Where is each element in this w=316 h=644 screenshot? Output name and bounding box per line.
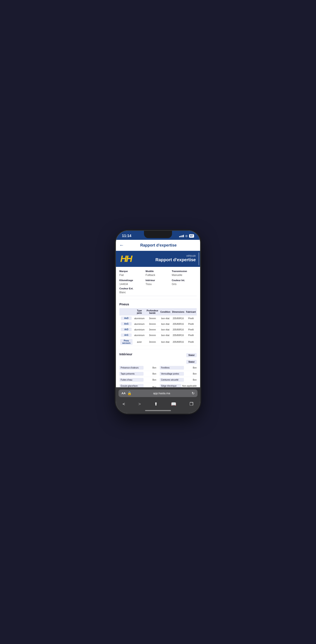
scroll-indicator: [198, 252, 199, 265]
status-time: 11:14: [122, 234, 131, 238]
scroll-content[interactable]: HH véhicule Rapport d'expertise Marque F…: [116, 251, 200, 387]
signal-icon: [179, 235, 184, 237]
interior-statut-header: Statut: [186, 353, 197, 357]
forward-nav-button[interactable]: >: [135, 401, 145, 408]
tire-fabricant: Pirelli: [185, 327, 197, 332]
col-dimensions: Dimensions: [171, 308, 185, 316]
interior-item-value: Bon: [145, 372, 156, 375]
tire-condition: bon état: [159, 327, 171, 332]
app-header: ← Rapport d'expertise: [116, 240, 200, 251]
transmission-label: Transmission: [172, 270, 197, 272]
interior-right-row: Fenêtres Bon: [160, 365, 197, 371]
interieur-value: Tissu: [146, 283, 152, 286]
marque-item: Marque Fiat: [119, 270, 144, 277]
back-nav-button[interactable]: <: [119, 401, 129, 408]
interieur-label: Intérieur: [146, 279, 170, 282]
wifi-icon: ⊜: [185, 234, 188, 238]
browser-toolbar: < > ⬆ 📖 ❐: [116, 399, 200, 409]
banner-vehicule-label: véhicule: [156, 254, 196, 257]
home-indicator-area: [116, 409, 200, 413]
url-bar[interactable]: AA 🔒 app.hasta.ma ↻: [119, 390, 197, 397]
tire-type-jante: aluminium: [133, 316, 146, 321]
tire-fabricant: Pirelli: [185, 338, 197, 346]
banner-report-title: Rapport d'expertise: [156, 257, 196, 262]
tire-fabricant: Pirelli: [185, 321, 197, 327]
interior-item-label: Fenêtres: [160, 366, 184, 370]
tire-position: AvD: [119, 316, 133, 321]
interior-right-col: Statut Fenêtres Bon Verrouillage portes …: [160, 360, 197, 387]
tire-dimensions: 205/80R16: [171, 332, 185, 338]
tabs-button[interactable]: ❐: [186, 400, 197, 408]
tire-position: Pneu secours: [119, 338, 133, 346]
tires-table: Type jante Profondeur bande Condition Di…: [119, 308, 197, 346]
transmission-value: Manuelle: [172, 274, 182, 276]
tire-position: AvG: [119, 321, 133, 327]
tire-dimensions: 205/80R16: [171, 338, 185, 346]
tire-position: ArD: [119, 327, 133, 332]
blue-banner: HH véhicule Rapport d'expertise: [116, 251, 200, 267]
refresh-button[interactable]: ↻: [192, 391, 194, 395]
tire-dimensions: 205/80R16: [171, 321, 185, 327]
phone-screen: 11:14 ⊜ 97 ← Rapport d'expertise: [116, 231, 200, 413]
bookmark-button[interactable]: 📖: [167, 400, 180, 408]
tire-profondeur: 3mmm: [146, 316, 159, 321]
marque-label: Marque: [119, 270, 144, 272]
lock-icon: 🔒: [127, 391, 132, 395]
divider: [119, 296, 197, 296]
interior-item-value: Bon: [145, 366, 156, 369]
couleur-int-item: Couleur Int. Gris: [172, 279, 197, 286]
url-display[interactable]: app.hasta.ma: [133, 392, 190, 395]
back-button[interactable]: ←: [119, 242, 124, 248]
logo-area: HH: [120, 254, 132, 264]
modele-label: Modèle: [146, 270, 170, 272]
tire-dimensions: 205/80R16: [171, 316, 185, 321]
interieur-item: Intérieur Tissu: [146, 279, 170, 286]
tire-row: ArD aluminium 3mmm bon état 205/80R16 Pi…: [119, 327, 197, 332]
tire-condition: bon état: [159, 316, 171, 321]
couleur-int-value: Gris: [172, 283, 176, 286]
vehicle-info-section: Marque Fiat Modèle Fullback Transmission…: [116, 267, 200, 299]
interior-header: Intérieur Statut: [119, 352, 197, 358]
col-type-jante: Type jante: [133, 308, 146, 316]
tires-section: Pneus Type jante Profondeur bande Condit…: [116, 299, 200, 349]
tire-type-jante: aluminium: [133, 321, 146, 327]
banner-right: véhicule Rapport d'expertise: [156, 254, 196, 262]
modele-value: Fullback: [146, 274, 155, 276]
tire-profondeur: 3mmm: [146, 332, 159, 338]
interior-item-value: Bon: [145, 379, 156, 381]
kilometrage-value: 144634: [119, 283, 128, 286]
tire-position: ArG: [119, 332, 133, 338]
kilometrage-item: Kilométrage 144634: [119, 279, 144, 286]
notch: [144, 231, 172, 238]
font-size-control[interactable]: AA: [122, 392, 126, 395]
transmission-item: Transmission Manuelle: [172, 270, 197, 277]
interior-item-label: Siège électrique: [160, 384, 181, 387]
modele-item: Modèle Fullback: [146, 270, 170, 277]
interior-right-row: Siège électrique Non-applicable: [160, 383, 197, 387]
interior-left-row: Présence d'odeurs Bon: [119, 365, 156, 371]
col-condition: Condition: [159, 308, 171, 316]
interior-right-row: Verrouillage portes Bon: [160, 371, 197, 377]
share-button[interactable]: ⬆: [151, 400, 161, 408]
interior-right-row: Ceintures sécurité Bon: [160, 377, 197, 383]
tire-type-jante: aluminium: [133, 327, 146, 332]
interior-grid: Statut Présence d'odeurs Bon Tapis prése…: [119, 360, 197, 387]
marque-value: Fiat: [119, 274, 124, 276]
interior-section: Intérieur Statut Statut Présence d'odeur…: [116, 349, 200, 387]
col-position: [119, 308, 133, 316]
status-icons: ⊜ 97: [179, 234, 194, 238]
browser-bar: AA 🔒 app.hasta.ma ↻: [116, 387, 200, 399]
interior-item-value: Bon: [185, 366, 197, 369]
tire-condition: bon état: [159, 332, 171, 338]
interior-item-label: Ceintures sécurité: [160, 378, 184, 382]
tire-row: ArG aluminium 3mmm bon état 205/80R16 Pi…: [119, 332, 197, 338]
tire-condition: bon état: [159, 321, 171, 327]
tire-profondeur: 3mmm: [146, 327, 159, 332]
kilometrage-label: Kilométrage: [119, 279, 144, 282]
interior-left-row: Tapis présents Bon: [119, 371, 156, 377]
tire-profondeur: 3mmm: [146, 321, 159, 327]
logo-icon: HH: [120, 254, 132, 264]
interior-item-label: Verrouillage portes: [160, 372, 184, 376]
page-title: Rapport d'expertise: [127, 243, 190, 248]
tire-row: AvD aluminium 3mmm bon état 205/80R16 Pi…: [119, 316, 197, 321]
